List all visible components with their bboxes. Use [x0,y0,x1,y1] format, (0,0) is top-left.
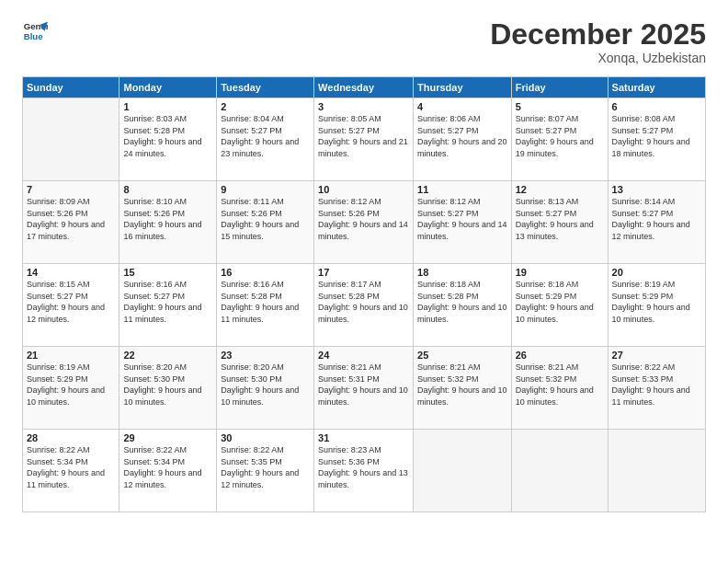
day-number: 15 [123,267,212,278]
day-number: 24 [318,350,409,361]
day-info: Sunrise: 8:16 AMSunset: 5:28 PMDaylight:… [221,280,299,324]
day-info: Sunrise: 8:21 AMSunset: 5:31 PMDaylight:… [318,362,408,407]
table-row: 10 Sunrise: 8:12 AMSunset: 5:26 PMDaylig… [314,181,414,264]
day-info: Sunrise: 8:22 AMSunset: 5:35 PMDaylight:… [221,445,299,489]
col-friday: Friday [511,77,608,98]
day-number: 27 [612,350,701,361]
day-info: Sunrise: 8:03 AMSunset: 5:28 PMDaylight:… [123,114,201,158]
logo-icon: General Blue [22,18,48,44]
day-info: Sunrise: 8:20 AMSunset: 5:30 PMDaylight:… [123,362,201,407]
col-sunday: Sunday [23,77,119,98]
table-row: 14 Sunrise: 8:15 AMSunset: 5:27 PMDaylig… [23,264,119,347]
day-info: Sunrise: 8:16 AMSunset: 5:27 PMDaylight:… [123,280,201,324]
month-title: December 2025 [490,18,706,51]
day-number: 17 [318,267,409,278]
day-number: 4 [417,101,507,112]
header: General Blue December 2025 Xonqa, Uzbeki… [22,18,706,65]
day-info: Sunrise: 8:21 AMSunset: 5:32 PMDaylight:… [516,362,594,407]
table-row: 9 Sunrise: 8:11 AMSunset: 5:26 PMDayligh… [217,181,314,264]
table-row: 19 Sunrise: 8:18 AMSunset: 5:29 PMDaylig… [511,264,608,347]
subtitle: Xonqa, Uzbekistan [490,51,706,65]
day-info: Sunrise: 8:23 AMSunset: 5:36 PMDaylight:… [318,445,408,489]
table-row: 21 Sunrise: 8:19 AMSunset: 5:29 PMDaylig… [23,347,119,430]
day-info: Sunrise: 8:08 AMSunset: 5:27 PMDaylight:… [612,114,690,158]
table-row [23,98,119,181]
day-number: 12 [516,184,604,195]
col-tuesday: Tuesday [217,77,314,98]
day-info: Sunrise: 8:21 AMSunset: 5:32 PMDaylight:… [417,362,507,407]
table-row: 22 Sunrise: 8:20 AMSunset: 5:30 PMDaylig… [119,347,217,430]
table-row: 5 Sunrise: 8:07 AMSunset: 5:27 PMDayligh… [511,98,608,181]
table-row: 25 Sunrise: 8:21 AMSunset: 5:32 PMDaylig… [414,347,512,430]
day-info: Sunrise: 8:07 AMSunset: 5:27 PMDaylight:… [516,114,594,158]
table-row [511,430,608,512]
day-number: 11 [417,184,507,195]
day-number: 28 [27,432,115,443]
table-row: 8 Sunrise: 8:10 AMSunset: 5:26 PMDayligh… [119,181,217,264]
day-number: 31 [318,432,409,443]
table-row: 24 Sunrise: 8:21 AMSunset: 5:31 PMDaylig… [314,347,414,430]
svg-text:Blue: Blue [24,31,43,41]
col-monday: Monday [119,77,217,98]
table-row: 15 Sunrise: 8:16 AMSunset: 5:27 PMDaylig… [119,264,217,347]
day-number: 14 [27,267,115,278]
header-row: Sunday Monday Tuesday Wednesday Thursday… [23,77,706,98]
day-number: 3 [318,101,409,112]
day-number: 18 [417,267,507,278]
day-info: Sunrise: 8:05 AMSunset: 5:27 PMDaylight:… [318,114,408,158]
day-info: Sunrise: 8:14 AMSunset: 5:27 PMDaylight:… [612,197,690,241]
day-number: 25 [417,350,507,361]
day-number: 16 [221,267,310,278]
day-info: Sunrise: 8:22 AMSunset: 5:34 PMDaylight:… [123,445,201,489]
day-number: 10 [318,184,409,195]
day-info: Sunrise: 8:15 AMSunset: 5:27 PMDaylight:… [27,280,105,324]
day-number: 6 [612,101,701,112]
day-number: 26 [516,350,604,361]
week-row-2: 14 Sunrise: 8:15 AMSunset: 5:27 PMDaylig… [23,264,706,347]
table-row: 18 Sunrise: 8:18 AMSunset: 5:28 PMDaylig… [414,264,512,347]
table-row: 4 Sunrise: 8:06 AMSunset: 5:27 PMDayligh… [414,98,512,181]
table-row [414,430,512,512]
day-number: 5 [516,101,604,112]
day-number: 2 [221,101,310,112]
day-info: Sunrise: 8:06 AMSunset: 5:27 PMDaylight:… [417,114,507,158]
day-info: Sunrise: 8:10 AMSunset: 5:26 PMDaylight:… [123,197,201,241]
table-row: 29 Sunrise: 8:22 AMSunset: 5:34 PMDaylig… [119,430,217,512]
table-row: 1 Sunrise: 8:03 AMSunset: 5:28 PMDayligh… [119,98,217,181]
day-info: Sunrise: 8:22 AMSunset: 5:33 PMDaylight:… [612,362,690,407]
table-row: 30 Sunrise: 8:22 AMSunset: 5:35 PMDaylig… [217,430,314,512]
day-info: Sunrise: 8:20 AMSunset: 5:30 PMDaylight:… [221,362,299,407]
table-row: 26 Sunrise: 8:21 AMSunset: 5:32 PMDaylig… [511,347,608,430]
day-info: Sunrise: 8:09 AMSunset: 5:26 PMDaylight:… [27,197,105,241]
day-info: Sunrise: 8:18 AMSunset: 5:29 PMDaylight:… [516,280,594,324]
week-row-1: 7 Sunrise: 8:09 AMSunset: 5:26 PMDayligh… [23,181,706,264]
day-number: 7 [27,184,115,195]
table-row: 28 Sunrise: 8:22 AMSunset: 5:34 PMDaylig… [23,430,119,512]
day-number: 30 [221,432,310,443]
week-row-3: 21 Sunrise: 8:19 AMSunset: 5:29 PMDaylig… [23,347,706,430]
day-info: Sunrise: 8:19 AMSunset: 5:29 PMDaylight:… [27,362,105,407]
week-row-4: 28 Sunrise: 8:22 AMSunset: 5:34 PMDaylig… [23,430,706,512]
table-row: 12 Sunrise: 8:13 AMSunset: 5:27 PMDaylig… [511,181,608,264]
table-row: 23 Sunrise: 8:20 AMSunset: 5:30 PMDaylig… [217,347,314,430]
day-number: 22 [123,350,212,361]
table-row: 7 Sunrise: 8:09 AMSunset: 5:26 PMDayligh… [23,181,119,264]
table-row: 6 Sunrise: 8:08 AMSunset: 5:27 PMDayligh… [608,98,705,181]
logo: General Blue [22,18,48,44]
table-row [608,430,705,512]
day-number: 21 [27,350,115,361]
day-number: 29 [123,432,212,443]
table-row: 16 Sunrise: 8:16 AMSunset: 5:28 PMDaylig… [217,264,314,347]
day-number: 20 [612,267,701,278]
day-number: 9 [221,184,310,195]
table-row: 3 Sunrise: 8:05 AMSunset: 5:27 PMDayligh… [314,98,414,181]
calendar-table: Sunday Monday Tuesday Wednesday Thursday… [22,76,706,512]
day-info: Sunrise: 8:17 AMSunset: 5:28 PMDaylight:… [318,280,408,324]
day-number: 13 [612,184,701,195]
day-info: Sunrise: 8:12 AMSunset: 5:27 PMDaylight:… [417,197,507,241]
day-info: Sunrise: 8:22 AMSunset: 5:34 PMDaylight:… [27,445,105,489]
calendar-page: General Blue December 2025 Xonqa, Uzbeki… [0,0,728,563]
table-row: 27 Sunrise: 8:22 AMSunset: 5:33 PMDaylig… [608,347,705,430]
table-row: 13 Sunrise: 8:14 AMSunset: 5:27 PMDaylig… [608,181,705,264]
day-number: 19 [516,267,604,278]
